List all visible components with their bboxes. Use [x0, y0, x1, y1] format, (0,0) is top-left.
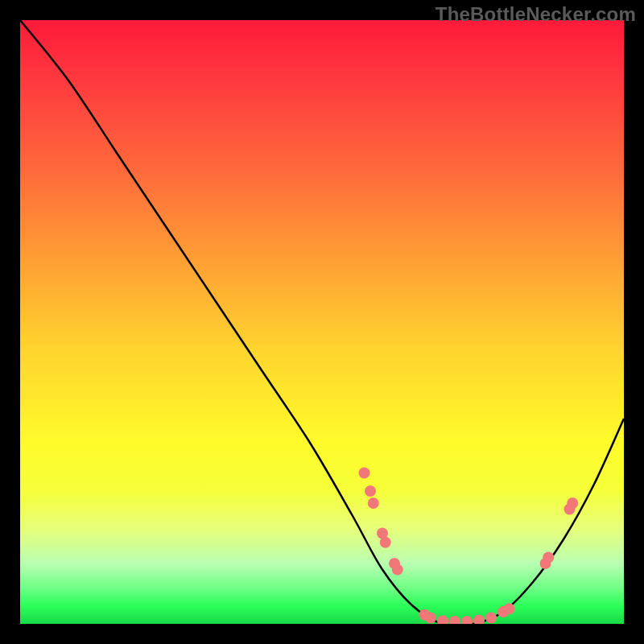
data-marker: [425, 613, 436, 624]
watermark-text: TheBottleNecker.com: [436, 3, 636, 26]
data-marker: [449, 616, 460, 624]
data-marker: [485, 613, 497, 624]
data-marker: [437, 615, 448, 624]
data-marker: [359, 468, 370, 479]
chart-container: TheBottleNecker.com: [0, 0, 644, 644]
plot-area: [20, 20, 624, 624]
data-marker: [473, 615, 485, 625]
data-marker: [365, 485, 376, 497]
data-marker: [368, 497, 379, 509]
data-marker: [461, 616, 473, 624]
bottleneck-curve: [20, 20, 624, 624]
data-marker: [392, 564, 403, 576]
chart-svg: [20, 20, 624, 624]
data-marker: [380, 537, 391, 548]
data-marker: [504, 603, 515, 614]
data-marker: [543, 552, 554, 564]
data-marker: [567, 497, 578, 509]
marker-group: [359, 468, 579, 625]
